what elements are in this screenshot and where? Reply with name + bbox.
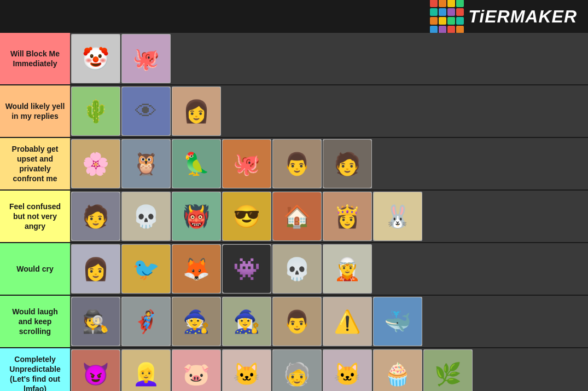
logo-cell [456,0,464,7]
tier-items-cry: 👩🐦🦊👾💀🧝 [70,243,588,295]
tier-label-laugh: Would laugh and keep scrolling [0,296,70,347]
character-avatar: 😈 [72,350,120,391]
tier-items-block: 🤡🐙 [70,33,588,84]
character-avatar: 🌸 [72,140,120,188]
tier-items-laugh: 🕵🦸🧙🧙‍♀️👨⚠️🐳 [70,296,588,347]
character-avatar: 🐙 [122,34,170,83]
tier-items-unpredictable: 😈👱‍♀️🐷🐱🧓🐱🧁🌿 [70,348,588,391]
tier-item[interactable]: 🐙 [222,139,271,188]
tier-items-yell: 🌵👁👩 [70,85,588,137]
character-avatar: 👩 [172,87,220,135]
tier-item[interactable]: 🐱 [222,349,271,391]
character-avatar: 🧙‍♀️ [223,297,271,346]
tier-item[interactable]: 🐦 [121,244,171,294]
logo-cell [456,8,464,16]
character-avatar: 🧁 [374,350,422,391]
tier-item[interactable]: 🐳 [373,297,422,346]
tier-item[interactable]: 👨 [272,139,322,188]
tier-item[interactable]: 🦊 [172,244,221,294]
tier-item[interactable]: 👹 [172,192,221,241]
tier-item[interactable]: 🌸 [71,139,120,188]
character-avatar: 🤡 [72,34,120,83]
logo-text: TiERMAKER [468,7,577,27]
tiermaker-logo: TiERMAKER [430,0,577,33]
character-avatar: ⚠️ [323,297,371,346]
tier-label-cry: Would cry [0,243,70,295]
tier-label-upset: Probably get upset and privately confron… [0,138,70,189]
tier-item[interactable]: 🕵 [71,297,120,346]
character-avatar: 💀 [122,192,170,240]
character-avatar: 👨 [273,140,321,188]
logo-cell [456,17,464,25]
tier-item[interactable]: 👩 [71,244,120,294]
character-avatar: 👨 [273,297,321,346]
logo-cell [430,8,438,16]
tier-item[interactable]: 🧝 [323,244,372,294]
tier-item[interactable]: 🦉 [121,139,171,188]
tier-item[interactable]: 💀 [272,244,322,294]
character-avatar: 🐷 [172,350,220,391]
character-avatar: 🧑 [323,140,371,188]
tier-item[interactable]: 🐱 [323,349,372,391]
tier-items-upset: 🌸🦉🦜🐙👨🧑 [70,138,588,189]
character-avatar: 👱‍♀️ [122,350,170,391]
tier-item[interactable]: 🐙 [121,34,171,83]
tier-item[interactable]: 🧙‍♀️ [222,297,271,346]
tier-item[interactable]: 🐷 [172,349,221,391]
tier-item[interactable]: 🦜 [172,139,221,188]
tier-item[interactable]: 👱‍♀️ [121,349,171,391]
character-avatar: 🦉 [122,140,170,188]
tier-item[interactable]: 💀 [121,192,171,241]
tier-item[interactable]: 🧑 [323,139,372,188]
tier-item[interactable]: 🦸 [121,297,171,346]
character-avatar: 🐙 [223,140,271,188]
character-avatar: 🧝 [323,245,371,293]
tier-item[interactable]: 🧑 [71,192,120,241]
tier-item[interactable]: 👁 [121,87,171,136]
tier-row-upset: Probably get upset and privately confron… [0,138,588,191]
tier-item[interactable]: 🧁 [373,349,422,391]
logo-cell [447,17,455,25]
tier-item[interactable]: 😎 [222,192,271,241]
tier-item[interactable]: 🌵 [71,87,120,136]
logo-cell [439,17,446,25]
tier-item[interactable]: ⚠️ [323,297,372,346]
tier-item[interactable]: 👾 [222,244,271,294]
tier-items-confused: 🧑💀👹😎🏠👸🐰 [70,191,588,242]
tier-item[interactable]: 👸 [323,192,372,241]
logo-cell [430,26,438,33]
logo-cell [456,26,464,33]
tier-item[interactable]: 🌿 [423,349,473,391]
tier-list: Will Block Me Immediately🤡🐙Would likely … [0,33,588,391]
tier-label-yell: Would likely yell in my replies [0,85,70,137]
logo-cell [439,8,446,16]
tier-item[interactable]: 🏠 [272,192,322,241]
character-avatar: 👸 [323,192,371,240]
character-avatar: 🌿 [424,350,472,391]
tier-row-unpredictable: Completely Unpredictable (Let's find out… [0,348,588,391]
character-avatar: 🧓 [273,350,321,391]
tier-item[interactable]: 🐰 [373,192,422,241]
character-avatar: 🐰 [374,192,422,240]
tier-label-block: Will Block Me Immediately [0,33,70,84]
tier-row-confused: Feel confused but not very angry🧑💀👹😎🏠👸🐰 [0,191,588,243]
character-avatar: 🧙 [172,297,220,346]
tier-row-cry: Would cry👩🐦🦊👾💀🧝 [0,243,588,296]
logo-cell [430,17,438,25]
tier-item[interactable]: 👩 [172,87,221,136]
character-avatar: 👁 [122,87,170,135]
tier-item[interactable]: 👨 [272,297,322,346]
tier-row-laugh: Would laugh and keep scrolling🕵🦸🧙🧙‍♀️👨⚠️… [0,296,588,348]
tier-item[interactable]: 🧓 [272,349,322,391]
character-avatar: 🌵 [72,87,120,135]
character-avatar: 🐳 [374,297,422,346]
logo-cell [447,8,455,16]
logo-cell [439,26,446,33]
tier-item[interactable]: 🤡 [71,34,120,83]
tier-item[interactable]: 🧙 [172,297,221,346]
character-avatar: 🦊 [172,245,220,293]
tier-item[interactable]: 😈 [71,349,120,391]
tier-row-yell: Would likely yell in my replies🌵👁👩 [0,85,588,138]
logo-cell [447,26,455,33]
logo-cell [430,0,438,7]
